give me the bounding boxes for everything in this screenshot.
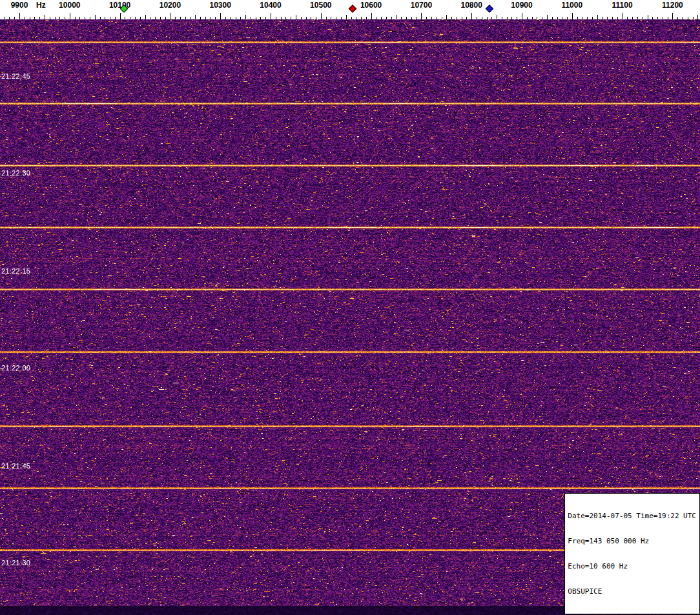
ruler-tick <box>120 13 121 19</box>
frequency-unit-label: Hz <box>36 1 46 10</box>
ruler-tick <box>190 17 191 19</box>
ruler-tick <box>185 17 186 19</box>
ruler-tick <box>306 17 307 19</box>
ruler-tick <box>200 17 201 19</box>
ruler-tick <box>160 17 161 19</box>
ruler-tick <box>657 17 658 19</box>
ruler-tick <box>683 17 683 19</box>
red-frequency-marker-icon[interactable] <box>348 5 356 13</box>
ruler-tick <box>577 17 578 19</box>
ruler-tick <box>542 17 542 19</box>
frequency-tick-label: 10200 <box>160 1 181 10</box>
ruler-tick <box>396 15 397 19</box>
ruler-tick <box>271 13 271 19</box>
ruler-tick <box>356 17 356 19</box>
frequency-tick-label: 10000 <box>59 1 80 10</box>
ruler-tick <box>376 17 376 19</box>
ruler-tick <box>346 15 347 19</box>
info-echo-line: Echo=10 600 Hz <box>568 562 696 570</box>
frequency-tick-label: 11000 <box>561 1 582 10</box>
ruler-tick <box>316 17 316 19</box>
ruler-tick <box>527 17 528 19</box>
ruler-tick <box>145 15 146 19</box>
ruler-tick <box>648 15 648 19</box>
ruler-tick <box>65 17 65 19</box>
ruler-tick <box>130 17 130 19</box>
ruler-tick <box>331 17 331 19</box>
ruler-tick <box>110 17 110 19</box>
ruler-tick <box>39 17 40 19</box>
ruler-tick <box>14 17 15 19</box>
ruler-tick <box>135 17 136 19</box>
ruler-tick <box>602 17 603 19</box>
ruler-tick <box>260 17 261 19</box>
ruler-tick <box>30 17 30 19</box>
ruler-tick <box>100 17 101 19</box>
ruler-tick <box>301 17 302 19</box>
ruler-tick <box>697 15 698 19</box>
ruler-tick <box>677 17 678 19</box>
ruler-tick <box>240 17 241 19</box>
ruler-tick <box>462 17 462 19</box>
ruler-tick <box>251 17 251 19</box>
ruler-tick <box>491 17 492 19</box>
ruler-tick <box>406 17 407 19</box>
ruler-tick <box>457 17 457 19</box>
ruler-tick <box>507 17 508 19</box>
info-date-line: Date=2014-07-05 Time=19:22 UTC <box>568 512 696 520</box>
ruler-tick <box>105 17 105 19</box>
frequency-tick-label: 10500 <box>310 1 331 10</box>
ruler-tick <box>567 17 568 19</box>
ruler-tick <box>311 17 311 19</box>
ruler-tick <box>401 17 402 19</box>
ruler-tick <box>532 17 533 19</box>
ruler-tick <box>497 15 497 19</box>
ruler-tick <box>511 17 512 19</box>
ruler-tick <box>165 17 166 19</box>
ruler-tick <box>150 17 150 19</box>
ruler-tick <box>85 17 85 19</box>
ruler-tick <box>5 17 5 19</box>
ruler-tick <box>632 17 633 19</box>
frequency-tick-label: 11100 <box>612 1 633 10</box>
ruler-tick <box>637 17 638 19</box>
ruler-tick <box>663 17 663 19</box>
ruler-tick <box>562 17 562 19</box>
ruler-tick <box>482 17 482 19</box>
ruler-tick <box>391 17 392 19</box>
ruler-tick <box>205 17 206 19</box>
info-freq-line: Freq=143 050 000 Hz <box>568 537 696 545</box>
frequency-tick-label: 9900 <box>11 1 28 10</box>
ruler-tick <box>351 17 352 19</box>
ruler-tick <box>236 17 236 19</box>
ruler-tick <box>59 17 60 19</box>
ruler-tick <box>265 17 266 19</box>
ruler-tick <box>55 17 56 19</box>
ruler-tick <box>366 17 367 19</box>
blue-frequency-marker-icon[interactable] <box>486 5 494 13</box>
frequency-ruler[interactable]: Hz 9900100001010010200103001040010500106… <box>0 0 700 19</box>
frequency-tick-label: 11200 <box>662 1 683 10</box>
ruler-tick <box>321 13 322 19</box>
ruler-tick <box>285 17 286 19</box>
ruler-tick <box>245 15 246 19</box>
ruler-tick <box>466 17 467 19</box>
ruler-tick <box>296 15 296 19</box>
ruler-tick <box>537 17 537 19</box>
ruler-tick <box>643 17 643 19</box>
ruler-tick <box>276 17 276 19</box>
ruler-tick <box>471 13 472 19</box>
ruler-tick <box>547 15 548 19</box>
ruler-tick <box>552 17 553 19</box>
ruler-tick <box>612 17 613 19</box>
ruler-tick <box>180 17 181 19</box>
ruler-tick <box>693 17 694 19</box>
ruler-tick <box>587 17 588 19</box>
ruler-tick <box>381 17 382 19</box>
frequency-tick-label: 10300 <box>210 1 231 10</box>
ruler-tick <box>411 17 412 19</box>
ruler-tick <box>582 17 582 19</box>
ruler-tick <box>25 17 25 19</box>
ruler-tick <box>220 13 221 19</box>
spectrum-waterfall-window: Hz 9900100001010010200103001040010500106… <box>0 0 700 615</box>
